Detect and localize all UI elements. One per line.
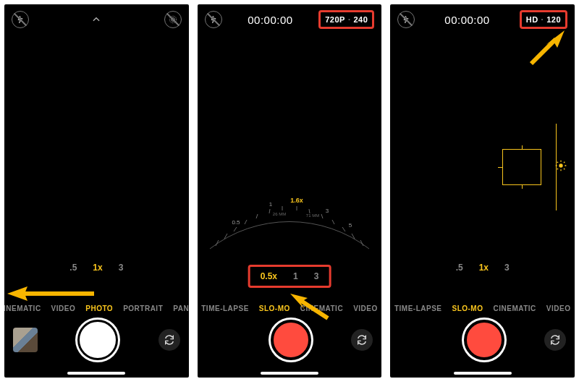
zoom-3[interactable]: 3	[119, 263, 124, 273]
record-timer: 00:00:00	[248, 14, 292, 26]
shutter-button[interactable]	[77, 320, 118, 360]
camera-flip-button[interactable]	[544, 329, 566, 351]
mode-strip[interactable]: TIME-LAPSE SLO-MO CINEMATIC VIDEO	[390, 304, 575, 312]
live-photo-off-icon[interactable]	[164, 11, 182, 28]
svg-text:3: 3	[326, 208, 329, 214]
separator-dot-icon: ·	[348, 15, 351, 24]
bottom-controls	[198, 320, 382, 360]
svg-marker-3	[7, 286, 28, 301]
flash-off-icon[interactable]	[12, 11, 29, 28]
spacer	[399, 328, 423, 352]
annotation-arrow-left	[7, 285, 94, 302]
svg-line-37	[564, 162, 565, 163]
svg-line-7	[245, 220, 247, 224]
fps-label: 240	[353, 15, 368, 24]
svg-line-9	[269, 209, 270, 213]
svg-text:0.5: 0.5	[232, 219, 240, 226]
phone-slomo-zoom-dial: 00:00:00 720P · 240	[198, 4, 382, 378]
bottom-controls	[390, 320, 575, 360]
flash-off-icon[interactable]	[205, 11, 222, 28]
zoom-1[interactable]: 1	[293, 271, 298, 281]
svg-line-34	[557, 162, 558, 163]
svg-line-6	[234, 227, 237, 231]
resolution-fps-chip[interactable]: 720P · 240	[318, 10, 374, 29]
record-button[interactable]	[464, 320, 504, 360]
mode-video[interactable]: VIDEO	[353, 304, 378, 312]
focus-reticle[interactable]	[502, 149, 541, 185]
chevron-up-icon[interactable]	[88, 12, 104, 27]
home-indicator[interactable]	[67, 372, 125, 375]
svg-point-29	[559, 163, 562, 167]
svg-line-15	[342, 227, 345, 231]
svg-marker-28	[546, 30, 565, 48]
svg-line-36	[557, 169, 558, 169]
camera-flip-button[interactable]	[351, 329, 373, 351]
svg-text:26 MM: 26 MM	[273, 212, 286, 216]
mode-time-lapse[interactable]: TIME-LAPSE	[201, 304, 249, 312]
phone-slomo-focus-locked: 00:00:00 HD · 120 .5	[390, 4, 575, 378]
resolution-fps-chip[interactable]: HD · 120	[520, 10, 567, 29]
zoom-dial[interactable]: 0.5 1 1.6x 26 MM 71 MM 3 5	[203, 188, 376, 253]
record-timer: 00:00:00	[444, 14, 489, 26]
zoom-3[interactable]: 3	[314, 271, 319, 281]
mode-photo-selected[interactable]: PHOTO	[85, 304, 113, 312]
top-bar: 00:00:00 720P · 240	[202, 9, 378, 30]
mode-slomo-selected[interactable]: SLO-MO	[452, 304, 483, 312]
svg-line-27	[531, 39, 556, 64]
mode-cinematic[interactable]: CINEMATIC	[300, 304, 343, 312]
svg-line-14	[332, 220, 334, 224]
svg-text:71 MM: 71 MM	[306, 213, 319, 218]
mode-strip[interactable]: TIME-LAPSE SLO-MO CINEMATIC VIDEO	[198, 304, 382, 312]
mode-slomo-selected[interactable]: SLO-MO	[259, 304, 290, 312]
screenshot-triptych: .5 1x 3 CINEMATIC VIDEO PHOTO PORTRAIT P…	[0, 0, 579, 392]
zoom-3[interactable]: 3	[504, 263, 510, 273]
svg-text:1: 1	[269, 201, 273, 208]
zoom-selector[interactable]: 0.5x 1 3	[248, 265, 331, 288]
resolution-label: HD	[526, 15, 538, 24]
top-bar	[9, 9, 185, 30]
zoom-0-5x-selected[interactable]: 0.5x	[261, 271, 277, 281]
bottom-controls	[4, 320, 189, 360]
zoom-0-5[interactable]: .5	[69, 263, 77, 273]
resolution-label: 720P	[325, 15, 345, 24]
mode-strip[interactable]: CINEMATIC VIDEO PHOTO PORTRAIT PANO	[4, 304, 189, 312]
mode-time-lapse[interactable]: TIME-LAPSE	[394, 304, 442, 312]
home-indicator[interactable]	[454, 372, 512, 375]
zoom-0-5[interactable]: .5	[456, 263, 463, 273]
fps-label: 120	[546, 15, 561, 24]
zoom-selector[interactable]: .5 1x 3	[4, 263, 189, 273]
svg-text:5: 5	[349, 222, 352, 229]
record-button[interactable]	[271, 320, 311, 360]
mode-video[interactable]: VIDEO	[51, 304, 76, 312]
home-indicator[interactable]	[261, 372, 318, 375]
zoom-selector[interactable]: .5 1x 3	[390, 263, 575, 273]
phone-photo-mode: .5 1x 3 CINEMATIC VIDEO PHOTO PORTRAIT P…	[4, 4, 189, 378]
mode-pano[interactable]: PANO	[173, 304, 188, 312]
svg-line-13	[321, 214, 323, 218]
mode-cinematic[interactable]: CINEMATIC	[4, 304, 41, 312]
zoom-1x-selected[interactable]: 1x	[93, 263, 102, 273]
mode-video[interactable]: VIDEO	[546, 304, 571, 312]
svg-line-8	[256, 214, 258, 218]
camera-flip-button[interactable]	[159, 329, 180, 351]
flash-off-icon[interactable]	[397, 11, 415, 28]
annotation-arrow-to-resolution	[528, 30, 565, 67]
mode-cinematic[interactable]: CINEMATIC	[493, 304, 536, 312]
spacer	[206, 328, 231, 352]
last-photo-thumbnail[interactable]	[13, 328, 38, 352]
zoom-1x-selected[interactable]: 1x	[479, 263, 489, 273]
mode-portrait[interactable]: PORTRAIT	[123, 304, 163, 312]
top-bar: 00:00:00 HD · 120	[394, 9, 570, 30]
svg-line-35	[564, 169, 565, 169]
separator-dot-icon: ·	[541, 15, 544, 24]
svg-text:1.6x: 1.6x	[290, 197, 303, 204]
sun-exposure-icon[interactable]	[555, 160, 567, 174]
